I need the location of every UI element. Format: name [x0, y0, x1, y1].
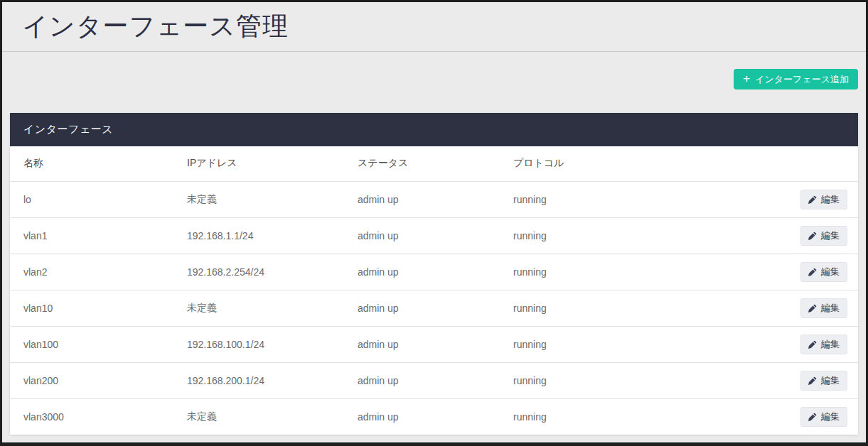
cell-ip: 192.168.100.1/24	[173, 326, 344, 362]
cell-actions: 編集	[773, 181, 858, 217]
table-row: lo 未定義 admin up running 編集	[10, 181, 858, 217]
table-row: vlan10 未定義 admin up running 編集	[10, 290, 858, 326]
edit-button[interactable]: 編集	[800, 371, 847, 391]
column-header-protocol: プロトコル	[500, 146, 773, 181]
column-header-actions	[773, 146, 858, 181]
edit-button-label: 編集	[821, 193, 840, 206]
cell-name: vlan200	[10, 362, 173, 398]
column-header-status: ステータス	[344, 146, 500, 181]
add-interface-button-label: インターフェース追加	[755, 73, 849, 86]
cell-ip: 未定義	[173, 290, 344, 326]
pencil-icon	[808, 376, 817, 385]
panel-header: インターフェース	[10, 113, 858, 146]
table-row: vlan2 192.168.2.254/24 admin up running …	[10, 254, 858, 290]
app-window: インターフェース管理 + インターフェース追加 インターフェース 名称 IPアド…	[0, 0, 868, 446]
content-area: + インターフェース追加 インターフェース 名称 IPアドレス ステータス プロ…	[2, 69, 866, 435]
page-header: インターフェース管理	[2, 2, 866, 52]
cell-protocol: running	[500, 290, 773, 326]
table-row: vlan1 192.168.1.1/24 admin up running 編集	[10, 217, 858, 254]
cell-ip: 192.168.2.254/24	[173, 254, 344, 290]
cell-actions: 編集	[773, 290, 858, 326]
pencil-icon	[808, 195, 817, 204]
interface-panel: インターフェース 名称 IPアドレス ステータス プロトコル lo 未	[10, 113, 858, 435]
cell-ip: 192.168.1.1/24	[173, 217, 344, 254]
table-row: vlan200 192.168.200.1/24 admin up runnin…	[10, 362, 858, 398]
pencil-icon	[808, 268, 817, 276]
edit-button[interactable]: 編集	[800, 407, 847, 427]
table-row: vlan3000 未定義 admin up running 編集	[10, 398, 858, 435]
edit-button-label: 編集	[821, 266, 840, 278]
cell-protocol: running	[500, 254, 773, 290]
cell-status: admin up	[344, 181, 500, 217]
add-interface-button[interactable]: + インターフェース追加	[734, 69, 858, 89]
cell-status: admin up	[344, 254, 500, 290]
cell-protocol: running	[500, 217, 773, 254]
edit-button[interactable]: 編集	[800, 298, 847, 318]
cell-name: vlan100	[10, 326, 173, 362]
edit-button-label: 編集	[821, 374, 840, 387]
cell-ip: 未定義	[173, 181, 344, 217]
cell-actions: 編集	[773, 217, 858, 254]
toolbar: + インターフェース追加	[10, 69, 858, 89]
table-row: vlan100 192.168.100.1/24 admin up runnin…	[10, 326, 858, 362]
column-header-name: 名称	[10, 146, 173, 181]
cell-name: lo	[10, 181, 173, 217]
interface-table-body: lo 未定義 admin up running 編集 vlan1 192.168…	[10, 181, 858, 435]
column-header-ip: IPアドレス	[173, 146, 344, 181]
cell-ip: 未定義	[173, 398, 344, 435]
cell-protocol: running	[500, 362, 773, 398]
cell-actions: 編集	[773, 398, 858, 435]
cell-actions: 編集	[773, 254, 858, 290]
cell-protocol: running	[500, 398, 773, 435]
edit-button[interactable]: 編集	[800, 190, 847, 210]
cell-name: vlan10	[10, 290, 173, 326]
cell-name: vlan1	[10, 217, 173, 254]
pencil-icon	[808, 304, 817, 312]
cell-protocol: running	[500, 181, 773, 217]
cell-status: admin up	[344, 290, 500, 326]
edit-button-label: 編集	[821, 302, 840, 315]
edit-button[interactable]: 編集	[800, 334, 847, 354]
pencil-icon	[808, 413, 817, 421]
cell-actions: 編集	[773, 362, 858, 398]
edit-button[interactable]: 編集	[800, 262, 847, 282]
pencil-icon	[808, 340, 817, 349]
cell-status: admin up	[344, 326, 500, 362]
cell-protocol: running	[500, 326, 773, 362]
table-header: 名称 IPアドレス ステータス プロトコル	[10, 146, 858, 181]
edit-button-label: 編集	[821, 229, 840, 242]
cell-name: vlan2	[10, 254, 173, 290]
edit-button-label: 編集	[821, 338, 840, 351]
pencil-icon	[808, 232, 817, 240]
edit-button-label: 編集	[821, 410, 840, 423]
panel-title: インターフェース	[23, 123, 113, 136]
plus-icon: +	[743, 72, 750, 85]
cell-status: admin up	[344, 362, 500, 398]
interface-table: 名称 IPアドレス ステータス プロトコル lo 未定義 admin up ru…	[10, 146, 858, 435]
cell-status: admin up	[344, 217, 500, 254]
cell-actions: 編集	[773, 326, 858, 362]
cell-ip: 192.168.200.1/24	[173, 362, 344, 398]
cell-name: vlan3000	[10, 398, 173, 435]
cell-status: admin up	[344, 398, 500, 435]
edit-button[interactable]: 編集	[800, 226, 847, 246]
page-title: インターフェース管理	[22, 9, 289, 44]
